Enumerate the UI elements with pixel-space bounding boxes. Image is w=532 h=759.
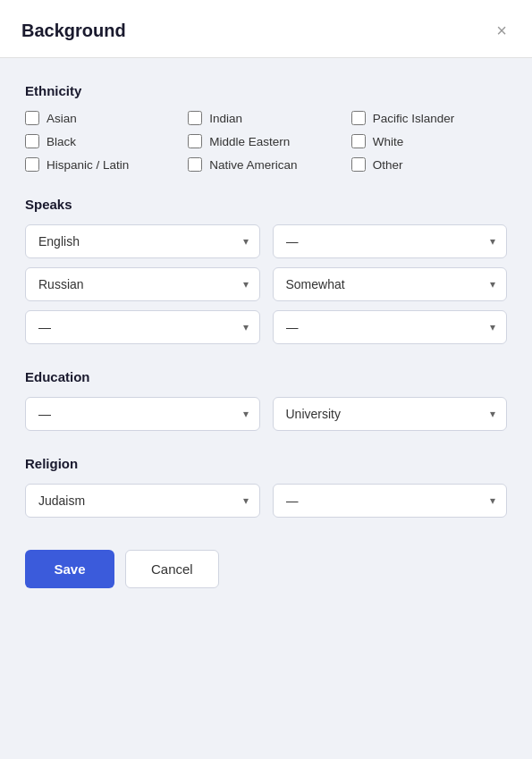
- checkbox-white-input[interactable]: [351, 134, 366, 148]
- speaks-label: Speaks: [25, 197, 507, 212]
- checkbox-pacific-islander-input[interactable]: [351, 111, 366, 125]
- speaks-level2-select[interactable]: — Basic Somewhat Fluent Native: [274, 268, 507, 300]
- checkbox-white[interactable]: White: [351, 134, 507, 148]
- ethnicity-section: Ethnicity Asian Indian Pacific Islander …: [25, 83, 507, 172]
- speaks-lang2-wrapper: — English Russian Spanish French ▾: [25, 267, 260, 301]
- checkbox-hispanic[interactable]: Hispanic / Latin: [25, 157, 181, 172]
- checkbox-middle-eastern[interactable]: Middle Eastern: [188, 134, 343, 148]
- religion-second-select[interactable]: — Judaism Christianity Islam Hinduism Bu…: [274, 485, 507, 517]
- background-modal: Background × Ethnicity Asian Indian Paci…: [0, 0, 532, 759]
- speaks-section: Speaks — English Russian Spanish French …: [25, 197, 507, 344]
- checkbox-indian-label: Indian: [209, 112, 242, 125]
- checkbox-asian-input[interactable]: [25, 111, 39, 125]
- checkbox-other[interactable]: Other: [351, 157, 507, 172]
- ethnicity-label: Ethnicity: [25, 83, 507, 98]
- close-button[interactable]: ×: [493, 18, 511, 43]
- cancel-button[interactable]: Cancel: [125, 550, 219, 588]
- checkbox-other-input[interactable]: [351, 157, 366, 172]
- religion-row: — Judaism Christianity Islam Hinduism Bu…: [25, 484, 507, 518]
- speaks-lang1-select[interactable]: — English Russian Spanish French German …: [26, 225, 259, 257]
- checkbox-pacific-islander[interactable]: Pacific Islander: [351, 111, 507, 125]
- religion-second-wrapper: — Judaism Christianity Islam Hinduism Bu…: [273, 484, 508, 518]
- speaks-lang1-wrapper: — English Russian Spanish French German …: [25, 224, 260, 258]
- checkbox-pacific-islander-label: Pacific Islander: [373, 112, 455, 125]
- speaks-row2: — English Russian Spanish French ▾ — Bas…: [25, 267, 507, 301]
- checkbox-black-label: Black: [46, 135, 76, 148]
- checkbox-white-label: White: [373, 135, 404, 148]
- religion-label: Religion: [25, 456, 507, 471]
- checkbox-native-american-input[interactable]: [188, 157, 202, 172]
- education-type-wrapper: — University College Trade School Online…: [273, 397, 508, 431]
- speaks-lang3-wrapper: — English Russian Spanish ▾: [25, 310, 260, 344]
- checkbox-asian-label: Asian: [46, 112, 77, 125]
- education-level-select[interactable]: — High School Some College University Gr…: [26, 398, 259, 430]
- checkbox-middle-eastern-input[interactable]: [188, 134, 202, 148]
- checkbox-native-american[interactable]: Native American: [188, 157, 343, 172]
- button-row: Save Cancel: [25, 543, 507, 588]
- modal-body: Ethnicity Asian Indian Pacific Islander …: [0, 58, 532, 759]
- speaks-level2-wrapper: — Basic Somewhat Fluent Native ▾: [273, 267, 508, 301]
- education-level-wrapper: — High School Some College University Gr…: [25, 397, 260, 431]
- checkbox-native-american-label: Native American: [209, 158, 297, 172]
- speaks-level3-select[interactable]: — Basic Somewhat Fluent Native: [274, 311, 507, 343]
- religion-value-wrapper: — Judaism Christianity Islam Hinduism Bu…: [25, 484, 260, 518]
- religion-select[interactable]: — Judaism Christianity Islam Hinduism Bu…: [26, 485, 259, 517]
- education-row: — High School Some College University Gr…: [25, 397, 507, 431]
- education-label: Education: [25, 369, 507, 384]
- modal-header: Background ×: [0, 0, 532, 58]
- speaks-level1-select[interactable]: — Basic Somewhat Fluent Native: [274, 225, 507, 257]
- checkbox-indian[interactable]: Indian: [188, 111, 343, 125]
- speaks-row1: — English Russian Spanish French German …: [25, 224, 507, 258]
- speaks-row3: — English Russian Spanish ▾ — Basic Some…: [25, 310, 507, 344]
- speaks-lang2-select[interactable]: — English Russian Spanish French: [26, 268, 259, 300]
- education-section: Education — High School Some College Uni…: [25, 369, 507, 431]
- speaks-level3-wrapper: — Basic Somewhat Fluent Native ▾: [273, 310, 508, 344]
- speaks-level1-wrapper: — Basic Somewhat Fluent Native ▾: [273, 224, 508, 258]
- ethnicity-grid: Asian Indian Pacific Islander Black Midd…: [25, 111, 507, 172]
- speaks-lang3-select[interactable]: — English Russian Spanish: [26, 311, 259, 343]
- save-button[interactable]: Save: [25, 550, 114, 588]
- checkbox-other-label: Other: [373, 158, 403, 172]
- checkbox-black-input[interactable]: [25, 134, 39, 148]
- checkbox-middle-eastern-label: Middle Eastern: [209, 135, 290, 148]
- checkbox-asian[interactable]: Asian: [25, 111, 181, 125]
- checkbox-indian-input[interactable]: [188, 111, 202, 125]
- education-type-select[interactable]: — University College Trade School Online: [274, 398, 507, 430]
- religion-section: Religion — Judaism Christianity Islam Hi…: [25, 456, 507, 518]
- modal-title: Background: [21, 21, 126, 41]
- checkbox-hispanic-label: Hispanic / Latin: [46, 158, 129, 172]
- checkbox-hispanic-input[interactable]: [25, 157, 39, 172]
- checkbox-black[interactable]: Black: [25, 134, 181, 148]
